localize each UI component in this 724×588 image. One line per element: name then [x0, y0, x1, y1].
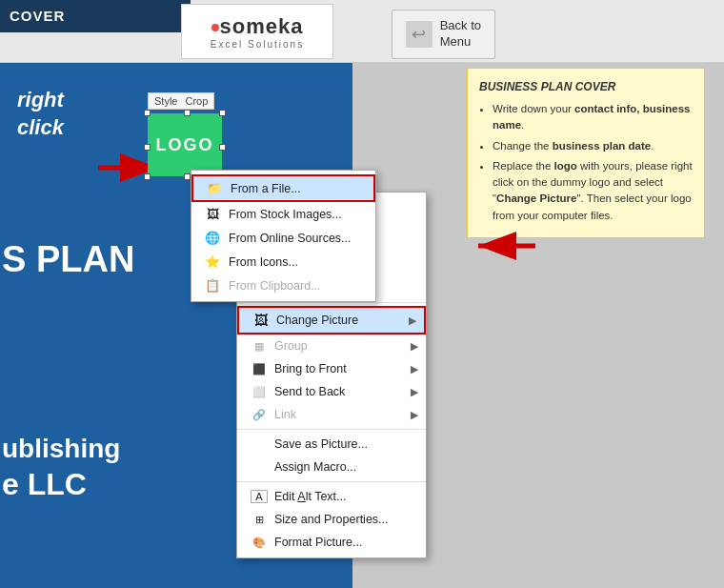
ctx-group[interactable]: ▦ Group ▶	[237, 335, 426, 357]
submenu-from-icons[interactable]: ⭐ From Icons...	[191, 250, 375, 274]
big-text-llc: e LLC	[2, 467, 87, 502]
top-bar: COVER someka Excel Solutions ↩ Back toMe…	[0, 0, 724, 63]
submenu-from-stock-label: From Stock Images...	[229, 208, 342, 221]
logo-text: someka	[211, 14, 304, 39]
logo-container: Style Crop LOGO	[148, 113, 222, 176]
someka-logo: someka Excel Solutions	[181, 4, 333, 59]
back-to-menu-button[interactable]: ↩ Back toMenu	[392, 10, 495, 59]
change-picture-icon: 🖼	[252, 313, 270, 328]
alt-text-icon: A	[251, 490, 268, 503]
selection-handle-bc	[184, 173, 191, 180]
submenu-from-file-label: From a File...	[231, 182, 301, 195]
ctx-size-properties[interactable]: ⊞ Size and Properties...	[237, 508, 426, 531]
format-picture-icon: 🎨	[251, 537, 268, 549]
ctx-assign-macro[interactable]: Assign Macro...	[237, 456, 426, 478]
group-icon: ▦	[251, 340, 268, 353]
ctx-link-arrow: ▶	[411, 409, 418, 421]
submenu-from-online-label: From Online Sources...	[229, 232, 352, 245]
submenu-from-stock[interactable]: 🖼 From Stock Images...	[191, 202, 375, 226]
main-area: rightclick Style Crop	[0, 63, 724, 588]
ctx-send-to-back[interactable]: ⬜ Send to Back ▶	[237, 380, 426, 403]
someka-dot	[211, 24, 219, 31]
instruction-item-2: Change the business plan date.	[493, 138, 693, 154]
instruction-item-1: Write down your contact info, business n…	[493, 101, 693, 134]
big-text-s-plan: S PLAN	[2, 239, 134, 280]
submenu-from-file[interactable]: 📁 From a File...	[191, 174, 375, 202]
selection-handle-ml	[144, 144, 151, 151]
from-file-icon: 📁	[205, 181, 224, 195]
ctx-link-label: Link	[274, 408, 296, 421]
from-icons-icon: ⭐	[203, 254, 222, 269]
from-clipboard-icon: 📋	[203, 278, 222, 293]
submenu-from-online[interactable]: 🌐 From Online Sources...	[191, 226, 375, 250]
ctx-sep-1	[237, 302, 426, 303]
red-arrow-right-icon	[469, 225, 545, 268]
ctx-sep-2	[237, 429, 426, 430]
ctx-bring-to-front-label: Bring to Front	[274, 362, 347, 375]
ctx-sep-3	[237, 481, 426, 482]
instruction-item-3: Replace the logo with yours, please righ…	[493, 158, 693, 224]
logo-box: LOGO	[148, 113, 222, 176]
ctx-bring-to-front-arrow: ▶	[411, 363, 418, 375]
from-online-icon: 🌐	[203, 231, 222, 245]
change-picture-submenu: 📁 From a File... 🖼 From Stock Images... …	[191, 170, 376, 302]
ctx-change-picture-label: Change Picture	[276, 314, 358, 327]
ctx-size-properties-label: Size and Properties...	[274, 513, 389, 526]
size-properties-icon: ⊞	[251, 514, 268, 526]
ctx-send-to-back-label: Send to Back	[274, 385, 345, 398]
ctx-change-picture[interactable]: 🖼 Change Picture ▶	[237, 306, 426, 335]
instruction-box: BUSINESS PLAN COVER Write down your cont…	[467, 68, 705, 238]
cover-label: COVER	[0, 0, 191, 32]
big-text-publishing: ublishing	[2, 434, 120, 464]
back-to-menu-label: Back toMenu	[440, 18, 481, 51]
submenu-from-clipboard[interactable]: 📋 From Clipboard...	[191, 274, 375, 297]
link-icon: 🔗	[251, 409, 268, 421]
ctx-save-as-picture-label: Save as Picture...	[274, 437, 368, 451]
selection-handle-tr	[219, 110, 226, 116]
selection-handle-bl	[144, 173, 151, 180]
ctx-edit-alt-text[interactable]: A Edit Alt Text...	[237, 485, 426, 508]
send-to-back-icon: ⬜	[251, 386, 268, 398]
logo-sub: Excel Solutions	[211, 39, 304, 50]
selection-handle-tl	[144, 110, 151, 116]
back-arrow-icon: ↩	[406, 21, 432, 48]
from-stock-icon: 🖼	[203, 207, 222, 221]
selection-handle-tc	[184, 110, 191, 116]
ctx-format-picture-label: Format Picture...	[274, 536, 362, 549]
ctx-change-picture-arrow: ▶	[409, 314, 416, 327]
ctx-edit-alt-text-label: Edit Alt Text...	[274, 490, 347, 503]
ctx-bring-to-front[interactable]: ⬛ Bring to Front ▶	[237, 357, 426, 380]
submenu-from-clipboard-label: From Clipboard...	[229, 279, 321, 293]
instruction-list: Write down your contact info, business n…	[479, 101, 693, 224]
ctx-link[interactable]: 🔗 Link ▶	[237, 403, 426, 426]
ctx-group-label: Group	[274, 339, 308, 353]
right-click-label: rightclick	[17, 87, 64, 141]
bring-to-front-icon: ⬛	[251, 363, 268, 375]
selection-handle-mr	[219, 144, 226, 151]
ctx-format-picture[interactable]: 🎨 Format Picture...	[237, 531, 426, 554]
ctx-save-as-picture[interactable]: Save as Picture...	[237, 433, 426, 456]
ctx-assign-macro-label: Assign Macro...	[274, 460, 356, 474]
submenu-from-icons-label: From Icons...	[229, 255, 298, 269]
instruction-title: BUSINESS PLAN COVER	[479, 78, 693, 95]
ctx-send-to-back-arrow: ▶	[411, 386, 418, 398]
ctx-group-arrow: ▶	[411, 340, 418, 353]
style-crop-bar: Style Crop	[148, 92, 214, 110]
